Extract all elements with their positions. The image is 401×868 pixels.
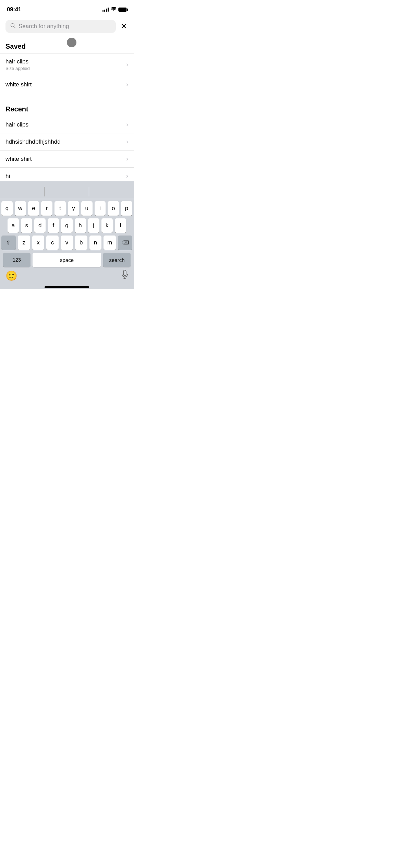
recent-item-white-shirt[interactable]: white shirt ›	[0, 150, 134, 167]
key-p[interactable]: p	[121, 201, 132, 216]
emoji-key[interactable]: 🙂	[5, 270, 17, 281]
key-b[interactable]: b	[75, 236, 87, 250]
search-icon	[10, 23, 16, 30]
key-z[interactable]: z	[18, 236, 30, 250]
key-w[interactable]: w	[15, 201, 26, 216]
cursor-indicator	[67, 38, 76, 47]
recent-item-white-shirt-title: white shirt	[5, 156, 32, 162]
recent-item-hair-clips[interactable]: hair clips ›	[0, 116, 134, 133]
keyboard-row-2: a s d f g h j k l	[1, 218, 132, 233]
content-area: Saved hair clips Size applied › white sh…	[0, 37, 134, 184]
saved-item-white-shirt-title: white shirt	[5, 81, 32, 88]
keyboard-bottom: 🙂	[0, 268, 134, 284]
keyboard-row-3: ⇧ z x c v b n m ⌫	[1, 236, 132, 250]
delete-key[interactable]: ⌫	[118, 236, 132, 250]
keyboard-suggestions	[0, 184, 134, 199]
status-icons	[102, 7, 127, 12]
key-c[interactable]: c	[46, 236, 59, 250]
key-i[interactable]: i	[95, 201, 106, 216]
key-j[interactable]: j	[88, 218, 99, 233]
saved-item-hair-clips-title: hair clips	[5, 58, 30, 65]
saved-item-white-shirt[interactable]: white shirt ›	[0, 76, 134, 93]
chevron-icon: ›	[126, 172, 128, 180]
status-bar: 09:41	[0, 0, 134, 17]
chevron-icon: ›	[126, 61, 128, 68]
search-key[interactable]: search	[103, 253, 131, 267]
key-r[interactable]: r	[41, 201, 52, 216]
key-t[interactable]: t	[54, 201, 66, 216]
close-button[interactable]: ✕	[119, 21, 128, 32]
chevron-icon: ›	[126, 138, 128, 145]
number-key[interactable]: 123	[3, 253, 31, 267]
saved-item-hair-clips[interactable]: hair clips Size applied ›	[0, 53, 134, 76]
saved-item-hair-clips-subtitle: Size applied	[5, 66, 30, 71]
key-a[interactable]: a	[8, 218, 19, 233]
search-bar-container: Search for anything ✕	[0, 17, 134, 37]
recent-section-header: Recent	[0, 100, 134, 116]
chevron-icon: ›	[126, 155, 128, 162]
saved-item-white-shirt-content: white shirt	[5, 81, 32, 88]
key-n[interactable]: n	[89, 236, 102, 250]
status-time: 09:41	[7, 6, 21, 13]
wifi-icon	[111, 7, 116, 12]
keyboard-rows: q w e r t y u i o p a s d f g h j k l ⇧ …	[0, 199, 134, 268]
svg-rect-2	[123, 270, 126, 276]
key-g[interactable]: g	[61, 218, 72, 233]
key-m[interactable]: m	[104, 236, 116, 250]
search-input-wrapper[interactable]: Search for anything	[5, 20, 116, 33]
key-s[interactable]: s	[21, 218, 32, 233]
shift-key[interactable]: ⇧	[1, 236, 16, 250]
key-e[interactable]: e	[28, 201, 39, 216]
battery-icon	[118, 8, 127, 12]
mic-key[interactable]	[121, 270, 128, 281]
signal-icon	[102, 8, 109, 12]
keyboard-row-1: q w e r t y u i o p	[1, 201, 132, 216]
keyboard: q w e r t y u i o p a s d f g h j k l ⇧ …	[0, 181, 134, 289]
search-placeholder: Search for anything	[19, 23, 69, 30]
recent-item-hdhsi[interactable]: hdhsishdhdbfhjshhdd ›	[0, 133, 134, 150]
key-v[interactable]: v	[61, 236, 73, 250]
key-f[interactable]: f	[48, 218, 59, 233]
key-l[interactable]: l	[115, 218, 126, 233]
keyboard-row-4: 123 space search	[1, 253, 132, 267]
key-y[interactable]: y	[68, 201, 79, 216]
saved-item-hair-clips-content: hair clips Size applied	[5, 58, 30, 71]
recent-item-hdhsi-title: hdhsishdhdbfhjshhdd	[5, 138, 61, 145]
recent-item-hair-clips-title: hair clips	[5, 121, 28, 128]
key-x[interactable]: x	[32, 236, 45, 250]
space-key[interactable]: space	[33, 253, 101, 267]
key-h[interactable]: h	[75, 218, 86, 233]
chevron-icon: ›	[126, 81, 128, 88]
saved-section-header: Saved	[0, 37, 134, 53]
section-gap	[0, 93, 134, 100]
key-u[interactable]: u	[81, 201, 93, 216]
recent-item-hi-title: hi	[5, 173, 10, 180]
home-indicator-bar	[0, 284, 134, 289]
key-q[interactable]: q	[1, 201, 13, 216]
chevron-icon: ›	[126, 121, 128, 128]
key-o[interactable]: o	[108, 201, 119, 216]
key-k[interactable]: k	[101, 218, 113, 233]
home-indicator	[45, 286, 89, 288]
key-d[interactable]: d	[34, 218, 46, 233]
